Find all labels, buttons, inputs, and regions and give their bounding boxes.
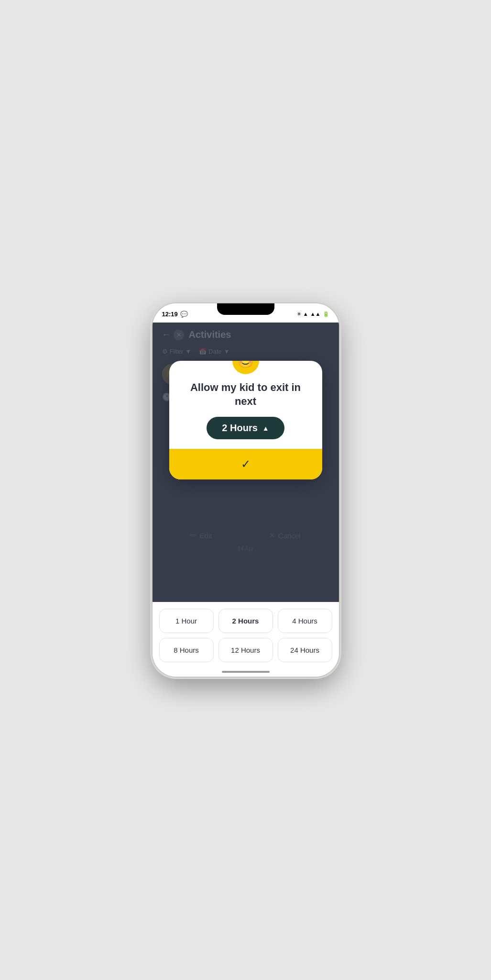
hour-option-1[interactable]: 1 Hour xyxy=(159,609,214,633)
hour-option-2-label: 2 Hours xyxy=(232,617,259,625)
hours-grid: 1 Hour 2 Hours 4 Hours 8 Hours 12 Hours … xyxy=(159,609,332,662)
hour-option-4-label: 4 Hours xyxy=(292,617,317,625)
status-left: 12:19 💬 xyxy=(162,311,188,318)
hour-option-12-label: 12 Hours xyxy=(231,646,260,654)
modal-card: 😊 Allow my kid to exit in next 2 Hours ▲… xyxy=(169,361,322,479)
hour-option-8-label: 8 Hours xyxy=(174,646,199,654)
hour-option-24-label: 24 Hours xyxy=(290,646,319,654)
app-content: ← ✕ Activities ⚙ Filter ▼ 📅 Date ▼ xyxy=(153,323,339,602)
selected-hours-label: 2 Hours xyxy=(222,423,257,434)
notch xyxy=(217,303,274,315)
hour-option-24[interactable]: 24 Hours xyxy=(278,638,332,662)
hour-option-4[interactable]: 4 Hours xyxy=(278,609,332,633)
hour-option-2[interactable]: 2 Hours xyxy=(218,609,273,633)
whatsapp-icon: 💬 xyxy=(180,311,188,318)
kid-modal-icon: 😊 xyxy=(237,361,254,369)
time-display: 12:19 xyxy=(162,311,178,318)
home-bar xyxy=(222,671,270,673)
battery-icon: 🔋 xyxy=(323,311,329,317)
wifi-icon: ▲ xyxy=(303,311,308,317)
confirm-button[interactable]: ✓ xyxy=(169,449,322,479)
modal-overlay: 😊 Allow my kid to exit in next 2 Hours ▲… xyxy=(153,323,339,602)
hours-selector-button[interactable]: 2 Hours ▲ xyxy=(207,417,284,439)
phone-frame: 12:19 💬 ✳ ▲ ▲▲ 🔋 ← ✕ Activities ⚙ Fil xyxy=(153,303,339,677)
hours-up-arrow-icon: ▲ xyxy=(262,424,269,432)
signal-icon: ▲▲ xyxy=(310,311,321,317)
bottom-panel: 1 Hour 2 Hours 4 Hours 8 Hours 12 Hours … xyxy=(153,602,339,667)
check-icon: ✓ xyxy=(241,457,251,471)
hour-option-1-label: 1 Hour xyxy=(175,617,197,625)
home-indicator xyxy=(153,667,339,677)
hour-option-12[interactable]: 12 Hours xyxy=(218,638,273,662)
modal-title: Allow my kid to exit in next xyxy=(181,381,311,408)
bluetooth-icon: ✳ xyxy=(297,311,301,317)
status-right: ✳ ▲ ▲▲ 🔋 xyxy=(297,311,329,317)
hour-option-8[interactable]: 8 Hours xyxy=(159,638,214,662)
